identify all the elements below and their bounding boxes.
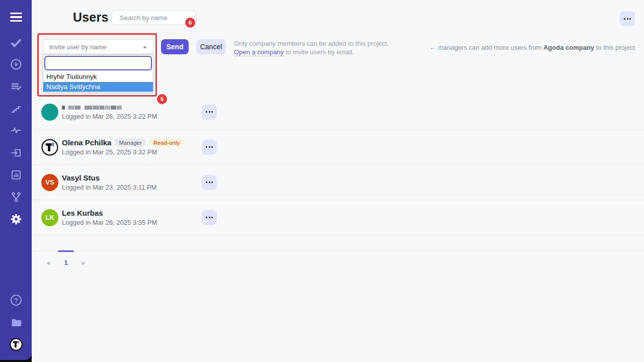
row-more-actions-button[interactable]: [202, 105, 217, 120]
user-name: Les Kurbas: [62, 209, 103, 217]
page-title: Users: [73, 10, 109, 25]
pagination: « 1 »: [32, 251, 644, 274]
row-more-actions-button[interactable]: [202, 175, 217, 190]
last-login: Logged in Mar 26, 2025 3:35 PM: [62, 219, 157, 226]
task-list-check-icon[interactable]: [10, 80, 23, 93]
user-row: Logged in Mar 26, 2025 3:22 PM: [32, 95, 644, 130]
user-row: VS Vasyl Stus Logged in Mar 23, 2025 3:1…: [32, 165, 644, 200]
note-company-name: Agoda company: [543, 44, 594, 51]
dropdown-option-selected[interactable]: Nadiya Svitlychna: [43, 82, 153, 92]
user-name: Olena Pchilka: [62, 138, 111, 147]
pagination-page-1[interactable]: 1: [57, 251, 74, 274]
dropdown-option[interactable]: Hryhir Tiutiunnyk: [43, 72, 153, 82]
row-more-actions-button[interactable]: [202, 210, 217, 225]
info-line1: Only company members can be added to thi…: [234, 40, 389, 47]
folder-icon[interactable]: [10, 316, 23, 329]
user-list: Logged in Mar 26, 2025 3:22 PM: [32, 95, 644, 274]
annotation-badge-5: 5: [157, 94, 167, 104]
pagination-next[interactable]: »: [74, 251, 92, 274]
invite-filter-input[interactable]: [44, 56, 152, 70]
bar-chart-icon[interactable]: [10, 168, 23, 182]
managers-note: ← managers can add more users from Agoda…: [430, 44, 635, 51]
user-row: Olena Pchilka Manager Read-only Logged i…: [32, 130, 644, 165]
info-line2-rest: to invite users by email.: [284, 48, 354, 56]
last-login: Logged in Mar 25, 2025 3:32 PM: [62, 148, 184, 156]
avatar: [41, 104, 58, 121]
last-login: Logged in Mar 23, 2025 3:11 PM: [62, 184, 156, 191]
sign-in-icon[interactable]: [10, 146, 23, 159]
chevron-up-icon: [143, 46, 147, 48]
menu-hamburger-icon[interactable]: [10, 11, 23, 24]
row-more-actions-button[interactable]: [202, 140, 217, 155]
avatar: VS: [41, 174, 58, 191]
page-more-actions-button[interactable]: [620, 11, 635, 26]
role-badge: Manager: [115, 138, 145, 147]
list-spacer: [32, 235, 644, 251]
invite-user-select[interactable]: Invite user by name: [43, 39, 153, 54]
checkmark-icon[interactable]: [10, 36, 23, 49]
invite-select-placeholder: Invite user by name: [49, 43, 143, 51]
sidebar: ?: [0, 0, 32, 360]
avatar-logo: [41, 139, 58, 156]
invite-info-text: Only company members can be added to thi…: [234, 39, 389, 56]
activity-pulse-icon[interactable]: [10, 124, 23, 137]
pagination-prev[interactable]: «: [40, 251, 57, 274]
app-logo-icon[interactable]: [10, 338, 23, 351]
search-box: [111, 10, 196, 25]
help-question-icon[interactable]: ?: [10, 294, 23, 307]
user-name: Vasyl Stus: [62, 173, 100, 182]
annotation-badge-6: 6: [185, 18, 195, 28]
search-input[interactable]: [120, 14, 208, 22]
branch-merge-icon[interactable]: [10, 191, 23, 204]
send-button[interactable]: Send: [161, 39, 189, 54]
user-row: LK Les Kurbas Logged in Mar 26, 2025 3:3…: [32, 200, 644, 235]
avatar: LK: [41, 209, 58, 226]
note-prefix: ← managers can add more users from: [430, 44, 543, 51]
cancel-button[interactable]: Cancel: [196, 39, 226, 54]
play-circle-icon[interactable]: [10, 58, 23, 71]
open-company-link[interactable]: Open a company: [234, 48, 284, 56]
last-login: Logged in Mar 26, 2025 3:22 PM: [62, 113, 157, 120]
stairs-steps-icon[interactable]: [10, 102, 23, 115]
redacted-name: [62, 104, 157, 111]
settings-gear-icon[interactable]: [10, 213, 23, 226]
note-suffix: to this project: [594, 44, 635, 51]
main-content: Users Invite user by name Hryhir Tiutiun…: [32, 0, 644, 362]
readonly-badge: Read-only: [149, 138, 184, 147]
invite-user-dropdown: Hryhir Tiutiunnyk Nadiya Svitlychna: [43, 54, 153, 92]
